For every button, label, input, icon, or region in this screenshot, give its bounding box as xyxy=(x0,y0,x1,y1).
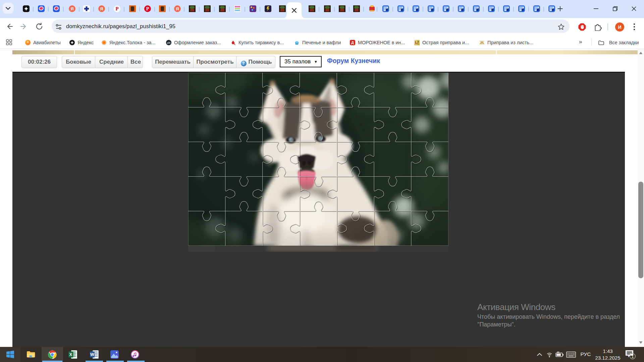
svg-text:1: 1 xyxy=(631,354,634,359)
svg-text:X: X xyxy=(69,352,72,357)
svg-text:Ж: Ж xyxy=(480,40,485,45)
svg-text:W: W xyxy=(90,352,94,357)
